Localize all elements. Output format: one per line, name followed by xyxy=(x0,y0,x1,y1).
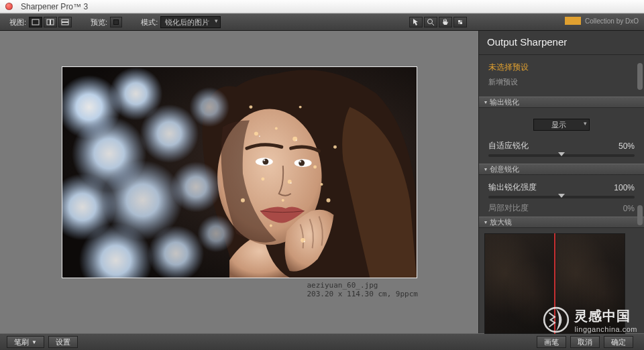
section-output-sharpen[interactable]: ▾ 输出锐化 xyxy=(479,97,644,108)
preset-selected[interactable]: 未选择预设 xyxy=(488,62,635,73)
panel-title: Output Sharpener xyxy=(479,31,644,54)
mode-value: 锐化后的图片 xyxy=(165,17,209,27)
collapse-icon: ▾ xyxy=(484,99,487,105)
file-name: aeziyuan_60_.jpg xyxy=(307,281,418,290)
svg-point-45 xyxy=(295,139,297,141)
background-tool-icon[interactable] xyxy=(453,17,467,27)
window-title: Sharpener Pro™ 3 xyxy=(21,2,88,11)
svg-point-16 xyxy=(299,160,305,166)
section-magnifier[interactable]: ▾ 放大镜 xyxy=(479,217,644,228)
svg-point-35 xyxy=(240,198,244,202)
svg-point-39 xyxy=(333,145,336,148)
svg-point-47 xyxy=(303,241,305,242)
svg-point-27 xyxy=(189,86,229,127)
mode-label: 模式: xyxy=(141,17,158,27)
svg-point-30 xyxy=(274,127,277,129)
section-label: 输出锐化 xyxy=(490,97,519,107)
view-single-icon[interactable] xyxy=(29,17,42,27)
file-info: aeziyuan_60_.jpg 203.20 x 114.30 cm, 9pp… xyxy=(307,281,418,298)
magnifier-after xyxy=(555,233,625,334)
scrollbar-thumb[interactable] xyxy=(637,63,643,90)
brush-menu-button[interactable]: 笔刷▼ xyxy=(7,336,44,348)
magnifier-preview[interactable] xyxy=(479,228,644,339)
svg-rect-2 xyxy=(51,19,54,25)
view-mode-group xyxy=(29,17,72,27)
mode-dropdown[interactable]: 锐化后的图片 xyxy=(160,16,221,28)
select-tool-icon[interactable] xyxy=(409,17,423,27)
preview-label: 预览: xyxy=(91,17,107,27)
view-split-horizontal-icon[interactable] xyxy=(58,17,72,27)
svg-point-43 xyxy=(320,182,323,185)
hand-tool-icon[interactable] xyxy=(439,17,452,27)
adaptive-sharpen-label: 自适应锐化 xyxy=(488,140,529,152)
svg-rect-8 xyxy=(458,20,460,22)
svg-rect-0 xyxy=(32,19,39,25)
svg-point-28 xyxy=(197,215,235,252)
svg-point-32 xyxy=(261,177,264,180)
zoom-tool-icon[interactable] xyxy=(424,17,437,27)
svg-rect-1 xyxy=(47,19,50,25)
view-label: 视图: xyxy=(9,17,26,27)
section-creative-sharpen[interactable]: ▾ 创意锐化 xyxy=(479,164,644,175)
adaptive-sharpen-slider[interactable] xyxy=(488,154,635,157)
svg-rect-9 xyxy=(460,22,462,24)
view-split-vertical-icon[interactable] xyxy=(44,17,57,27)
close-window-button[interactable] xyxy=(5,3,13,10)
collapse-icon: ▾ xyxy=(484,219,487,225)
svg-point-5 xyxy=(428,19,433,24)
display-label: 显示 xyxy=(551,120,566,130)
magnifier-before xyxy=(484,233,554,334)
chevron-down-icon: ▼ xyxy=(32,339,37,345)
main-area: aeziyuan_60_.jpg 203.20 x 114.30 cm, 9pp… xyxy=(0,31,644,333)
svg-point-41 xyxy=(299,105,301,108)
file-dimensions: 203.20 x 114.30 cm, 9ppcm xyxy=(307,290,418,298)
brush-label: 笔刷 xyxy=(14,337,29,347)
side-panel: Output Sharpener 未选择预设 新增预设 ▾ 输出锐化 显示 自适… xyxy=(479,31,644,333)
svg-point-17 xyxy=(299,160,301,162)
local-contrast-label: 局部对比度 xyxy=(488,202,529,214)
canvas-area: aeziyuan_60_.jpg 203.20 x 114.30 cm, 9pp… xyxy=(0,31,479,333)
section-label: 放大镜 xyxy=(490,217,512,227)
svg-point-24 xyxy=(170,162,221,213)
svg-point-21 xyxy=(140,104,199,162)
strength-label: 输出锐化强度 xyxy=(488,182,537,193)
settings-label: 设置 xyxy=(56,337,70,347)
strength-value: 100% xyxy=(614,183,635,192)
section-label: 创意锐化 xyxy=(490,164,519,174)
display-dropdown[interactable]: 显示 xyxy=(533,119,590,131)
nik-logo-icon xyxy=(565,17,581,25)
svg-point-46 xyxy=(290,182,291,183)
svg-point-36 xyxy=(269,224,272,227)
svg-point-38 xyxy=(326,198,330,202)
preview-toggle-button[interactable] xyxy=(110,17,122,27)
strength-slider[interactable] xyxy=(488,196,635,198)
svg-point-34 xyxy=(313,165,317,168)
brand-text: Collection by DxO xyxy=(585,17,639,25)
window-titlebar: Sharpener Pro™ 3 xyxy=(0,0,644,13)
preset-add-button[interactable]: 新增预设 xyxy=(488,77,635,87)
settings-button[interactable]: 设置 xyxy=(48,336,78,348)
preview-image[interactable] xyxy=(62,66,417,278)
svg-point-42 xyxy=(281,198,284,201)
svg-point-13 xyxy=(262,158,268,164)
scrollbar-thumb[interactable] xyxy=(637,205,643,225)
local-contrast-value: 0% xyxy=(623,204,635,213)
main-toolbar: 视图: 预览: 模式: 锐化后的图片 Collection by DxO xyxy=(0,13,644,31)
collapse-icon: ▾ xyxy=(484,166,487,172)
svg-rect-4 xyxy=(62,23,68,25)
svg-rect-3 xyxy=(62,19,68,22)
svg-point-40 xyxy=(249,105,252,109)
svg-line-6 xyxy=(432,23,434,25)
svg-point-44 xyxy=(258,135,260,137)
svg-point-14 xyxy=(263,159,265,161)
svg-point-29 xyxy=(254,131,258,135)
adaptive-sharpen-value: 50% xyxy=(619,141,635,151)
brand-badge: Collection by DxO xyxy=(565,17,639,25)
